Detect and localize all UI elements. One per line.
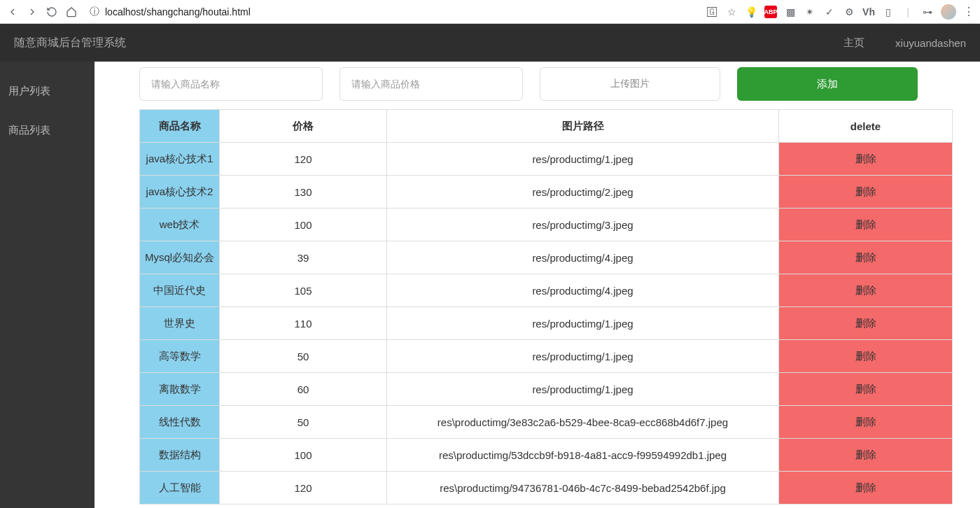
th-path: 图片路径 xyxy=(387,110,779,143)
translate-icon[interactable]: 🄶 xyxy=(706,6,718,18)
table-row: 离散数学60res/productimg/1.jpeg删除 xyxy=(140,373,953,406)
cell-price: 105 xyxy=(220,274,387,307)
sidebar-item-products[interactable]: 商品列表 xyxy=(0,111,94,150)
check-icon[interactable]: ✓ xyxy=(823,6,836,18)
table-row: 高等数学50res/productimg/1.jpeg删除 xyxy=(140,340,953,373)
gear-icon[interactable]: ⚙ xyxy=(843,6,855,18)
upload-image-button[interactable]: 上传图片 xyxy=(540,67,720,101)
cell-path: res\productimg/3e83c2a6-b529-4bee-8ca9-e… xyxy=(387,406,779,439)
table-row: 数据结构100res\productimg/53dccb9f-b918-4a81… xyxy=(140,439,953,472)
delete-button[interactable]: 删除 xyxy=(779,373,953,406)
cell-price: 120 xyxy=(220,143,387,176)
cell-path: res/productimg/1.jpeg xyxy=(387,307,779,340)
divider: | xyxy=(902,6,914,18)
delete-button[interactable]: 删除 xyxy=(779,307,953,340)
delete-button[interactable]: 删除 xyxy=(779,340,953,373)
home-button[interactable] xyxy=(64,5,78,19)
cell-name: 线性代数 xyxy=(140,406,220,439)
app-title: 随意商城后台管理系统 xyxy=(14,36,126,50)
cell-path: res/productimg/4.jpeg xyxy=(387,241,779,274)
delete-button[interactable]: 删除 xyxy=(779,241,953,274)
product-name-input[interactable] xyxy=(139,67,323,101)
key-icon[interactable]: ⊶ xyxy=(921,6,934,18)
cell-path: res/productimg/1.jpeg xyxy=(387,340,779,373)
table-row: Mysql必知必会39res/productimg/4.jpeg删除 xyxy=(140,241,953,274)
cell-name: web技术 xyxy=(140,209,220,241)
product-price-input[interactable] xyxy=(340,67,523,101)
cell-name: 高等数学 xyxy=(140,340,220,373)
cell-price: 110 xyxy=(220,307,387,340)
table-row: 世界史110res/productimg/1.jpeg删除 xyxy=(140,307,953,340)
address-bar[interactable]: ⓘ localhost/shangchang/houtai.html xyxy=(84,6,700,18)
cell-name: 世界史 xyxy=(140,307,220,340)
sidebar-item-label: 用户列表 xyxy=(8,85,50,98)
menu-button[interactable]: ⋮ xyxy=(963,5,974,18)
th-delete: delete xyxy=(779,110,953,143)
abp-icon[interactable]: ABP xyxy=(764,6,777,18)
cell-price: 39 xyxy=(220,241,387,274)
nav-user[interactable]: xiuyuandashen xyxy=(895,37,966,49)
cell-path: res/productimg/3.jpeg xyxy=(387,209,779,241)
delete-button[interactable]: 删除 xyxy=(779,209,953,241)
controls-row: 上传图片 添加 xyxy=(139,67,952,101)
cell-path: res/productimg/4.jpeg xyxy=(387,274,779,307)
bookmark-icon[interactable]: ▯ xyxy=(882,6,895,18)
cell-name: 人工智能 xyxy=(140,472,220,505)
browser-toolbar: ⓘ localhost/shangchang/houtai.html 🄶 ☆ 💡… xyxy=(0,0,980,24)
add-button[interactable]: 添加 xyxy=(737,67,918,101)
table-row: java核心技术2130res/productimg/2.jpeg删除 xyxy=(140,176,953,209)
cell-name: 中国近代史 xyxy=(140,274,220,307)
back-button[interactable] xyxy=(6,5,20,19)
star-icon[interactable]: ☆ xyxy=(725,6,738,18)
th-price: 价格 xyxy=(220,110,387,143)
cell-price: 120 xyxy=(220,472,387,505)
cell-path: res/productimg/1.jpeg xyxy=(387,143,779,176)
url-text: localhost/shangchang/houtai.html xyxy=(105,6,251,17)
sparkle-icon[interactable]: ✴ xyxy=(804,6,816,18)
vh-icon[interactable]: Vh xyxy=(862,6,875,18)
cell-price: 100 xyxy=(220,209,387,241)
cell-price: 60 xyxy=(220,373,387,406)
sidebar: 用户列表 商品列表 xyxy=(0,62,94,508)
delete-button[interactable]: 删除 xyxy=(779,406,953,439)
table-header-row: 商品名称 价格 图片路径 delete xyxy=(140,110,953,143)
sidebar-item-label: 商品列表 xyxy=(8,124,50,137)
cell-name: java核心技术1 xyxy=(140,143,220,176)
cell-price: 50 xyxy=(220,340,387,373)
table-row: web技术100res/productimg/3.jpeg删除 xyxy=(140,209,953,241)
cell-name: java核心技术2 xyxy=(140,176,220,209)
table-row: 中国近代史105res/productimg/4.jpeg删除 xyxy=(140,274,953,307)
delete-button[interactable]: 删除 xyxy=(779,439,953,472)
cell-price: 130 xyxy=(220,176,387,209)
cell-name: Mysql必知必会 xyxy=(140,241,220,274)
cell-path: res\productimg/94736781-046b-4c7c-8499-b… xyxy=(387,472,779,505)
main-layout: 用户列表 商品列表 上传图片 添加 商品名称 价格 图片路径 delete xyxy=(0,62,980,508)
cell-price: 50 xyxy=(220,406,387,439)
sidebar-item-users[interactable]: 用户列表 xyxy=(0,71,94,111)
th-name: 商品名称 xyxy=(140,110,220,143)
reload-button[interactable] xyxy=(45,5,59,19)
content-area: 上传图片 添加 商品名称 价格 图片路径 delete java核心技术1120… xyxy=(94,62,980,508)
products-table: 商品名称 价格 图片路径 delete java核心技术1120res/prod… xyxy=(139,109,953,505)
table-row: 人工智能120res\productimg/94736781-046b-4c7c… xyxy=(140,472,953,505)
delete-button[interactable]: 删除 xyxy=(779,274,953,307)
cell-path: res/productimg/2.jpeg xyxy=(387,176,779,209)
forward-button[interactable] xyxy=(25,5,39,19)
cell-name: 离散数学 xyxy=(140,373,220,406)
extension-toolbar: 🄶 ☆ 💡 ABP ▩ ✴ ✓ ⚙ Vh ▯ | ⊶ ⋮ xyxy=(706,4,974,20)
delete-button[interactable]: 删除 xyxy=(779,143,953,176)
cell-name: 数据结构 xyxy=(140,439,220,472)
app-header: 随意商城后台管理系统 主页 xiuyuandashen xyxy=(0,24,980,62)
table-row: 线性代数50res\productimg/3e83c2a6-b529-4bee-… xyxy=(140,406,953,439)
table-row: java核心技术1120res/productimg/1.jpeg删除 xyxy=(140,143,953,176)
cell-price: 100 xyxy=(220,439,387,472)
avatar-icon[interactable] xyxy=(941,4,956,20)
delete-button[interactable]: 删除 xyxy=(779,472,953,505)
panda-icon[interactable]: ▩ xyxy=(784,6,797,18)
nav-home[interactable]: 主页 xyxy=(844,36,864,50)
site-info-icon[interactable]: ⓘ xyxy=(90,6,99,18)
cell-path: res\productimg/53dccb9f-b918-4a81-acc9-f… xyxy=(387,439,779,472)
bulb-icon[interactable]: 💡 xyxy=(745,6,757,18)
cell-path: res/productimg/1.jpeg xyxy=(387,373,779,406)
delete-button[interactable]: 删除 xyxy=(779,176,953,209)
